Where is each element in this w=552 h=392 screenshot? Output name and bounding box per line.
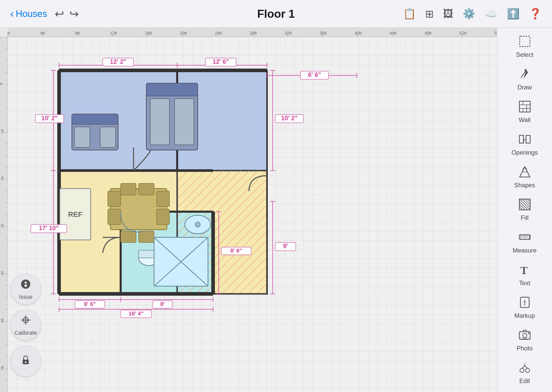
back-chevron-icon: ‹: [10, 8, 14, 20]
ruler-left-tick: [5, 380, 7, 380]
ruler-tick: [392, 34, 393, 37]
ruler-tick: [8, 34, 8, 37]
share-icon[interactable]: ⬆️: [507, 8, 520, 20]
tool-fill-label: Fill: [521, 214, 529, 221]
layers-icon[interactable]: ⊞: [425, 8, 434, 20]
ruler-left-label: 56: [0, 366, 4, 370]
tool-markup-label: Markup: [514, 312, 535, 319]
svg-rect-34: [157, 209, 169, 225]
ruler-mark: 40ft: [355, 31, 361, 36]
lock-button[interactable]: [10, 346, 41, 377]
tool-wall[interactable]: Wall: [500, 96, 549, 127]
settings-icon[interactable]: ⚙️: [463, 8, 475, 20]
ruler-mark: 16ft: [145, 31, 152, 36]
svg-line-142: [525, 366, 528, 368]
text-icon: T: [518, 263, 531, 278]
tool-draw-label: Draw: [517, 84, 532, 91]
ruler-left-tick: [5, 214, 7, 215]
fill-icon: [518, 198, 531, 213]
ruler-left-tick: [5, 345, 7, 345]
ruler-left-tick: [5, 321, 7, 321]
ruler-tick: [43, 34, 43, 37]
svg-text:9': 9': [283, 242, 288, 249]
svg-rect-38: [139, 231, 154, 242]
ruler-left-label: 32: [0, 224, 4, 228]
ruler-mark: 36ft: [320, 31, 327, 36]
svg-rect-112: [519, 135, 524, 143]
edit-icon[interactable]: 📋: [403, 8, 416, 20]
image-icon[interactable]: 🖼: [443, 8, 453, 20]
tool-shapes[interactable]: Shapes: [500, 161, 549, 192]
undo-button[interactable]: ↩: [55, 7, 64, 20]
tool-text[interactable]: T Text: [500, 259, 549, 290]
calibrate-icon: [20, 314, 31, 328]
ruler-left-tick: [5, 238, 7, 238]
ruler-tick: [357, 34, 357, 37]
tool-select[interactable]: Select: [500, 30, 549, 62]
openings-icon: [518, 133, 531, 147]
ruler-left-tick: [5, 144, 7, 144]
svg-text:6' 6": 6' 6": [308, 71, 321, 78]
svg-point-42: [195, 222, 200, 227]
ruler-mark: 44ft: [390, 31, 397, 36]
ruler-mark: 0ft: [8, 31, 10, 36]
calibrate-button[interactable]: Calibrate: [10, 310, 41, 341]
ruler-left-tick: [5, 179, 7, 179]
svg-marker-103: [524, 70, 528, 79]
ruler-left-tick: [5, 61, 7, 61]
tool-measure[interactable]: Measure: [500, 226, 549, 258]
ruler-tick: [252, 34, 253, 37]
ruler-mark: 28ft: [250, 31, 257, 36]
issue-button[interactable]: Issue: [10, 274, 41, 305]
svg-line-123: [519, 204, 525, 210]
help-icon[interactable]: ❓: [529, 8, 542, 20]
tool-openings[interactable]: Openings: [500, 128, 549, 160]
cloud-icon[interactable]: ☁️: [485, 8, 498, 20]
ruler-left-tick: [5, 309, 7, 310]
ruler-left-tick: [5, 368, 7, 369]
ruler-left-tick: [5, 262, 7, 262]
header-right: 📋 ⊞ 🖼 ⚙️ ☁️ ⬆️ ❓: [403, 8, 542, 20]
page-title: Floor 1: [257, 7, 295, 20]
svg-rect-113: [526, 135, 530, 143]
ruler-top: 0ft4ft8ft12ft16ft20ft24ft28ft32ft36ft40f…: [8, 28, 497, 37]
back-button[interactable]: ‹ Houses: [10, 8, 47, 20]
svg-text:10' 2": 10' 2": [41, 115, 58, 122]
svg-rect-37: [121, 231, 136, 242]
svg-rect-33: [157, 191, 169, 207]
ruler-tick: [148, 34, 148, 37]
ruler-left-tick: [5, 191, 7, 191]
ruler-left: 08162432404856: [0, 37, 8, 392]
ruler-mark: 20ft: [180, 31, 187, 36]
right-toolbar: Select Draw Wall: [497, 28, 552, 392]
tool-edit-label: Edit: [519, 377, 530, 385]
svg-point-146: [24, 284, 27, 287]
svg-rect-35: [121, 183, 136, 195]
lock-icon: [20, 354, 31, 368]
svg-point-150: [25, 319, 26, 321]
tool-draw[interactable]: Draw: [500, 63, 549, 95]
ruler-mark: 12ft: [110, 31, 117, 36]
tool-edit[interactable]: Edit: [500, 357, 549, 388]
ruler-left-tick: [5, 297, 7, 297]
issue-icon: [20, 278, 31, 292]
svg-text:12' 2": 12' 2": [110, 58, 126, 65]
tool-wall-label: Wall: [519, 116, 531, 124]
tool-markup[interactable]: ! Markup: [500, 291, 549, 323]
bottom-left-tools: Issue Calibrate: [10, 274, 41, 377]
ruler-mark: 52ft: [460, 31, 467, 36]
svg-line-121: [527, 199, 530, 202]
ruler-left-tick: [5, 167, 7, 167]
tool-photo[interactable]: Photo: [500, 324, 549, 356]
canvas[interactable]: REF 12' 2" 12' 2" 12' 6" 6' 6": [8, 37, 497, 392]
ruler-mark: 4ft: [40, 31, 45, 36]
redo-button[interactable]: ↪: [69, 7, 79, 20]
ruler-tick: [112, 34, 113, 37]
svg-marker-116: [522, 168, 527, 172]
ruler-left-label: 48: [0, 319, 4, 323]
svg-point-139: [520, 368, 524, 372]
tool-fill[interactable]: Fill: [500, 193, 549, 225]
markup-icon: !: [518, 296, 531, 311]
issue-label: Issue: [19, 294, 33, 300]
svg-text:T: T: [520, 265, 528, 276]
